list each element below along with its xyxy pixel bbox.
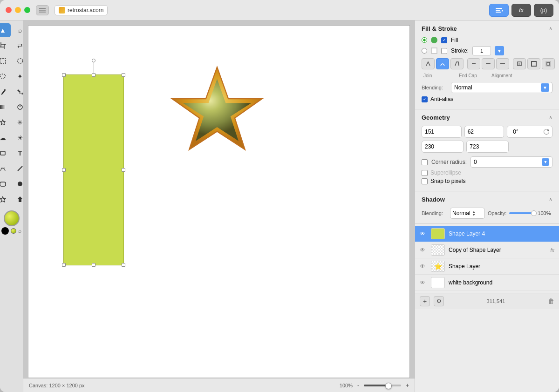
canvas-background	[28, 25, 410, 378]
corner-radius-input[interactable]: 0 ▼	[470, 156, 552, 168]
close-button[interactable]	[6, 7, 12, 13]
align-outside[interactable]	[542, 58, 555, 69]
alignment-label: Alignment	[491, 73, 512, 78]
zoom-swatch[interactable]: ⌕	[18, 228, 21, 234]
layer-eye-bg[interactable]: 👁	[420, 279, 427, 286]
blending-select[interactable]: Normal ▼	[451, 82, 552, 93]
stroke-radio[interactable]	[422, 48, 427, 54]
fill-color-dot[interactable]	[431, 37, 437, 43]
stroke-checkbox[interactable]	[441, 48, 447, 54]
join-miter[interactable]	[422, 58, 435, 69]
corner-radius-value: 0	[474, 159, 477, 165]
handle-bottom-right[interactable]	[122, 263, 125, 267]
layer-eye-shape4[interactable]: 👁	[420, 230, 427, 237]
rect-select-tool[interactable]	[0, 54, 11, 68]
handle-top-mid[interactable]	[92, 73, 95, 77]
layer-item-shape[interactable]: 👁 ⭐ Shape Layer	[415, 258, 559, 275]
shadow-chevron[interactable]: ∧	[549, 196, 552, 203]
add-layer-button[interactable]: +	[420, 296, 430, 306]
superellipse-checkbox[interactable]	[422, 170, 428, 176]
black-swatch[interactable]	[1, 227, 9, 235]
align-center[interactable]	[527, 58, 540, 69]
maximize-button[interactable]	[24, 7, 30, 13]
w-input[interactable]	[422, 143, 464, 150]
align-inside[interactable]	[513, 58, 526, 69]
delete-layer-button[interactable]: 🗑	[548, 297, 554, 305]
content-area: ▲ ⌕ ⇄	[0, 20, 559, 392]
endcap-square[interactable]	[496, 58, 509, 69]
fx-button[interactable]: fx	[511, 4, 531, 17]
handle-top-left[interactable]	[62, 73, 66, 77]
document-tab[interactable]: retrostar.acorn	[55, 5, 108, 15]
endcap-none[interactable]	[467, 58, 480, 69]
minimize-button[interactable]	[15, 7, 21, 13]
snap-pixels-checkbox[interactable]	[422, 178, 428, 184]
corner-radius-checkbox[interactable]	[422, 159, 428, 165]
fill-checkbox[interactable]	[441, 37, 447, 43]
geometry-section: Geometry ∧ X Y	[415, 109, 559, 191]
rotation-input[interactable]	[510, 128, 541, 135]
gradient-tool[interactable]	[0, 100, 11, 114]
zoom-in-icon[interactable]: +	[406, 382, 409, 389]
layer-item-copy[interactable]: 👁 Copy of Shape Layer fx	[415, 242, 559, 258]
sidebar-toggle[interactable]	[36, 5, 49, 15]
rotation-anchor[interactable]	[92, 59, 95, 62]
layer-eye-shape[interactable]: 👁	[420, 263, 427, 270]
layer-eye-copy[interactable]: 👁	[420, 247, 427, 253]
layer-item-shape4[interactable]: 👁 Shape Layer 4	[415, 226, 559, 242]
roundrect-tool[interactable]	[0, 177, 11, 191]
lasso-tool[interactable]	[0, 69, 11, 83]
corner-dropdown[interactable]: ▼	[542, 158, 549, 166]
zoom-slider[interactable]	[364, 385, 401, 386]
handle-mid-left[interactable]	[62, 168, 66, 172]
handle-bottom-left[interactable]	[62, 263, 66, 267]
fill-radio[interactable]	[422, 37, 427, 43]
canvas-area[interactable]: Canvas: 1200 × 1200 px 100% - +	[23, 20, 415, 392]
stroke-color-dot[interactable]	[431, 47, 437, 54]
shape-rect-layer4[interactable]	[63, 74, 124, 265]
blur-tool[interactable]	[0, 115, 11, 129]
green-swatch[interactable]	[11, 228, 16, 234]
cloud-tool[interactable]: ☁	[0, 131, 11, 145]
endcap-round[interactable]	[482, 58, 495, 69]
layer-item-background[interactable]: 👁 white background	[415, 275, 559, 291]
alignment-tools	[513, 58, 555, 69]
h-input[interactable]	[467, 143, 508, 150]
stroke-label: Stroke:	[451, 47, 469, 54]
document-icon	[59, 7, 65, 14]
handle-top-right[interactable]	[122, 73, 125, 77]
layer-thumb-shape: ⭐	[431, 261, 445, 272]
join-round[interactable]	[436, 58, 449, 69]
crop-tool[interactable]	[0, 39, 11, 53]
join-bevel[interactable]	[450, 58, 464, 69]
geometry-chevron[interactable]: ∧	[549, 115, 552, 121]
handle-bottom-mid[interactable]	[92, 263, 95, 267]
p-button[interactable]: (p)	[534, 4, 553, 17]
color-picker[interactable]	[4, 210, 20, 226]
pen-tool[interactable]	[0, 85, 11, 99]
shadow-blending-select[interactable]: Normal ▲ ▼	[450, 208, 485, 219]
star-shape-tool[interactable]	[0, 192, 11, 206]
handle-mid-right[interactable]	[122, 168, 125, 172]
main-window: retrostar.acorn fx (p) ▲ ⌕	[0, 0, 559, 392]
layer-settings-button[interactable]: ⚙	[434, 296, 444, 306]
geometry-header: Geometry ∧	[422, 114, 552, 121]
blending-arrow[interactable]: ▼	[541, 83, 549, 92]
shape-rect-tool[interactable]	[0, 146, 11, 160]
zoom-out-icon[interactable]: -	[357, 382, 359, 389]
y-input[interactable]	[465, 128, 504, 135]
antialias-checkbox[interactable]	[422, 96, 428, 102]
document-title: retrostar.acorn	[68, 7, 103, 14]
stroke-row: Stroke: ▼	[422, 46, 552, 55]
stroke-dropdown[interactable]: ▼	[495, 46, 504, 55]
x-input[interactable]	[422, 128, 462, 135]
fill-stroke-chevron[interactable]: ∧	[549, 26, 552, 32]
rotation-dot[interactable]	[544, 129, 549, 135]
layer-name-copy: Copy of Shape Layer	[449, 247, 546, 253]
select-tool[interactable]: ▲	[0, 23, 11, 37]
bezier-tool[interactable]	[0, 162, 11, 176]
opacity-slider[interactable]	[509, 212, 535, 214]
shape-star-layer	[164, 63, 271, 170]
tools-button[interactable]	[489, 4, 509, 17]
stroke-value-input[interactable]	[472, 46, 491, 55]
